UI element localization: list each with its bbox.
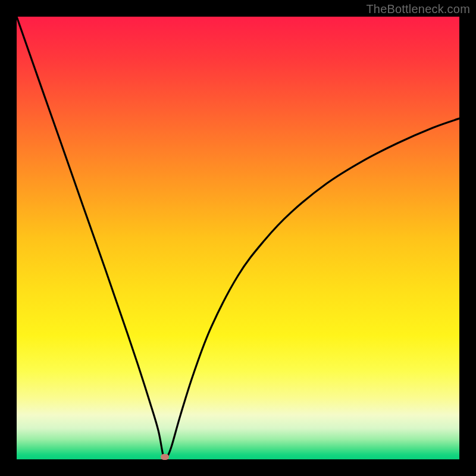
curve-svg	[17, 17, 459, 459]
plot-area	[17, 17, 459, 459]
optimal-point-marker	[161, 454, 169, 460]
bottleneck-curve	[17, 17, 459, 459]
chart-frame: TheBottleneck.com	[0, 0, 476, 476]
watermark-text: TheBottleneck.com	[366, 2, 470, 16]
